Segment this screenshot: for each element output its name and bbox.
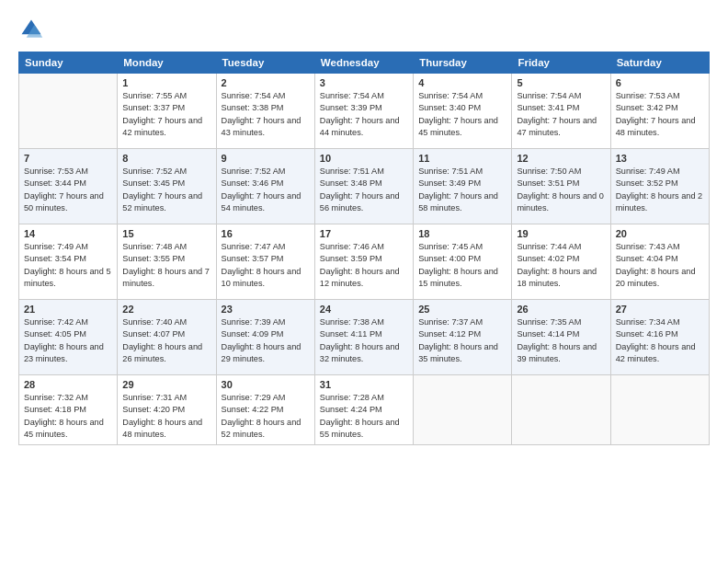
day-number: 9: [222, 153, 310, 164]
cell-info: Sunrise: 7:52 AMSunset: 3:45 PMDaylight:…: [122, 166, 210, 214]
cell-info: Sunrise: 7:54 AMSunset: 3:38 PMDaylight:…: [222, 90, 310, 139]
day-number: 24: [320, 304, 408, 315]
day-number: 16: [222, 228, 310, 239]
weekday-header-row: SundayMondayTuesdayWednesdayThursdayFrid…: [19, 52, 710, 74]
calendar-cell: 19Sunrise: 7:44 AMSunset: 4:02 PMDayligh…: [512, 224, 610, 300]
logo: [18, 17, 48, 42]
cell-info: Sunrise: 7:38 AMSunset: 4:11 PMDaylight:…: [320, 316, 408, 365]
calendar-cell: 23Sunrise: 7:39 AMSunset: 4:09 PMDayligh…: [216, 300, 314, 375]
weekday-tuesday: Tuesday: [216, 52, 314, 74]
week-row-3: 14Sunrise: 7:49 AMSunset: 3:54 PMDayligh…: [19, 224, 710, 300]
week-row-4: 21Sunrise: 7:42 AMSunset: 4:05 PMDayligh…: [19, 300, 710, 375]
calendar-cell: 7Sunrise: 7:53 AMSunset: 3:44 PMDaylight…: [19, 149, 118, 224]
cell-info: Sunrise: 7:46 AMSunset: 3:59 PMDaylight:…: [320, 241, 408, 290]
day-number: 4: [418, 77, 506, 88]
calendar-cell: 18Sunrise: 7:45 AMSunset: 4:00 PMDayligh…: [414, 224, 512, 300]
cell-info: Sunrise: 7:29 AMSunset: 4:22 PMDaylight:…: [222, 392, 310, 441]
calendar-cell: 3Sunrise: 7:54 AMSunset: 3:39 PMDaylight…: [314, 74, 413, 149]
day-number: 1: [122, 77, 210, 88]
calendar-cell: 24Sunrise: 7:38 AMSunset: 4:11 PMDayligh…: [314, 300, 413, 375]
calendar-cell: 22Sunrise: 7:40 AMSunset: 4:07 PMDayligh…: [118, 300, 216, 375]
calendar-cell: 26Sunrise: 7:35 AMSunset: 4:14 PMDayligh…: [512, 300, 610, 375]
cell-info: Sunrise: 7:39 AMSunset: 4:09 PMDaylight:…: [222, 316, 310, 365]
calendar-cell: 20Sunrise: 7:43 AMSunset: 4:04 PMDayligh…: [610, 224, 709, 300]
calendar-cell: 31Sunrise: 7:28 AMSunset: 4:24 PMDayligh…: [314, 375, 413, 445]
calendar-cell: 28Sunrise: 7:32 AMSunset: 4:18 PMDayligh…: [19, 375, 118, 445]
calendar-cell: [19, 74, 118, 149]
calendar-cell: [414, 375, 512, 445]
cell-info: Sunrise: 7:51 AMSunset: 3:48 PMDaylight:…: [320, 166, 408, 214]
day-number: 6: [616, 77, 704, 88]
day-number: 30: [222, 379, 310, 390]
cell-info: Sunrise: 7:55 AMSunset: 3:37 PMDaylight:…: [122, 90, 210, 139]
week-row-1: 1Sunrise: 7:55 AMSunset: 3:37 PMDaylight…: [19, 74, 710, 149]
day-number: 25: [418, 304, 506, 315]
day-number: 31: [320, 379, 408, 390]
day-number: 27: [616, 304, 704, 315]
calendar-cell: 13Sunrise: 7:49 AMSunset: 3:52 PMDayligh…: [610, 149, 709, 224]
cell-info: Sunrise: 7:44 AMSunset: 4:02 PMDaylight:…: [517, 241, 605, 290]
cell-info: Sunrise: 7:51 AMSunset: 3:49 PMDaylight:…: [418, 166, 506, 214]
cell-info: Sunrise: 7:37 AMSunset: 4:12 PMDaylight:…: [418, 316, 506, 365]
day-number: 21: [24, 304, 112, 315]
cell-info: Sunrise: 7:28 AMSunset: 4:24 PMDaylight:…: [320, 392, 408, 441]
calendar-cell: [512, 375, 610, 445]
cell-info: Sunrise: 7:47 AMSunset: 3:57 PMDaylight:…: [222, 241, 310, 290]
logo-icon: [18, 17, 44, 42]
calendar-cell: 30Sunrise: 7:29 AMSunset: 4:22 PMDayligh…: [216, 375, 314, 445]
weekday-wednesday: Wednesday: [314, 52, 413, 74]
cell-info: Sunrise: 7:32 AMSunset: 4:18 PMDaylight:…: [24, 392, 112, 441]
calendar-cell: 14Sunrise: 7:49 AMSunset: 3:54 PMDayligh…: [19, 224, 118, 300]
day-number: 14: [24, 228, 112, 239]
calendar-cell: 12Sunrise: 7:50 AMSunset: 3:51 PMDayligh…: [512, 149, 610, 224]
day-number: 10: [320, 153, 408, 164]
day-number: 3: [320, 77, 408, 88]
day-number: 5: [517, 77, 605, 88]
cell-info: Sunrise: 7:48 AMSunset: 3:55 PMDaylight:…: [122, 241, 210, 290]
calendar-cell: 1Sunrise: 7:55 AMSunset: 3:37 PMDaylight…: [118, 74, 216, 149]
calendar-cell: [610, 375, 709, 445]
calendar-cell: 2Sunrise: 7:54 AMSunset: 3:38 PMDaylight…: [216, 74, 314, 149]
cell-info: Sunrise: 7:54 AMSunset: 3:41 PMDaylight:…: [517, 90, 605, 139]
day-number: 7: [24, 153, 112, 164]
calendar-cell: 5Sunrise: 7:54 AMSunset: 3:41 PMDaylight…: [512, 74, 610, 149]
calendar-cell: 25Sunrise: 7:37 AMSunset: 4:12 PMDayligh…: [414, 300, 512, 375]
day-number: 12: [517, 153, 605, 164]
cell-info: Sunrise: 7:31 AMSunset: 4:20 PMDaylight:…: [122, 392, 210, 441]
calendar-cell: 15Sunrise: 7:48 AMSunset: 3:55 PMDayligh…: [118, 224, 216, 300]
calendar-page: SundayMondayTuesdayWednesdayThursdayFrid…: [0, 0, 728, 563]
day-number: 28: [24, 379, 112, 390]
calendar-table: SundayMondayTuesdayWednesdayThursdayFrid…: [18, 52, 710, 445]
calendar-cell: 4Sunrise: 7:54 AMSunset: 3:40 PMDaylight…: [414, 74, 512, 149]
cell-info: Sunrise: 7:35 AMSunset: 4:14 PMDaylight:…: [517, 316, 605, 365]
calendar-cell: 10Sunrise: 7:51 AMSunset: 3:48 PMDayligh…: [314, 149, 413, 224]
weekday-monday: Monday: [118, 52, 216, 74]
cell-info: Sunrise: 7:54 AMSunset: 3:39 PMDaylight:…: [320, 90, 408, 139]
cell-info: Sunrise: 7:54 AMSunset: 3:40 PMDaylight:…: [418, 90, 506, 139]
cell-info: Sunrise: 7:34 AMSunset: 4:16 PMDaylight:…: [616, 316, 704, 365]
cell-info: Sunrise: 7:49 AMSunset: 3:54 PMDaylight:…: [24, 241, 112, 290]
day-number: 15: [122, 228, 210, 239]
day-number: 2: [222, 77, 310, 88]
calendar-cell: 11Sunrise: 7:51 AMSunset: 3:49 PMDayligh…: [414, 149, 512, 224]
cell-info: Sunrise: 7:53 AMSunset: 3:42 PMDaylight:…: [616, 90, 704, 139]
day-number: 18: [418, 228, 506, 239]
day-number: 22: [122, 304, 210, 315]
calendar-cell: 21Sunrise: 7:42 AMSunset: 4:05 PMDayligh…: [19, 300, 118, 375]
day-number: 26: [517, 304, 605, 315]
calendar-cell: 16Sunrise: 7:47 AMSunset: 3:57 PMDayligh…: [216, 224, 314, 300]
cell-info: Sunrise: 7:40 AMSunset: 4:07 PMDaylight:…: [122, 316, 210, 365]
cell-info: Sunrise: 7:43 AMSunset: 4:04 PMDaylight:…: [616, 241, 704, 290]
day-number: 11: [418, 153, 506, 164]
day-number: 23: [222, 304, 310, 315]
calendar-cell: 8Sunrise: 7:52 AMSunset: 3:45 PMDaylight…: [118, 149, 216, 224]
weekday-saturday: Saturday: [610, 52, 709, 74]
calendar-cell: 6Sunrise: 7:53 AMSunset: 3:42 PMDaylight…: [610, 74, 709, 149]
calendar-cell: 27Sunrise: 7:34 AMSunset: 4:16 PMDayligh…: [610, 300, 709, 375]
weekday-thursday: Thursday: [414, 52, 512, 74]
calendar-cell: 9Sunrise: 7:52 AMSunset: 3:46 PMDaylight…: [216, 149, 314, 224]
day-number: 19: [517, 228, 605, 239]
day-number: 13: [616, 153, 704, 164]
weekday-sunday: Sunday: [19, 52, 118, 74]
day-number: 17: [320, 228, 408, 239]
